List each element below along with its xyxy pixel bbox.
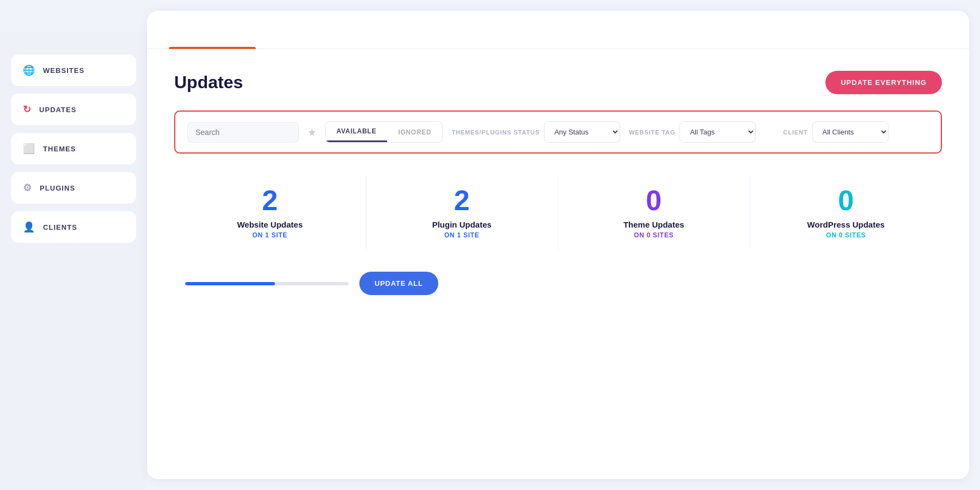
client-select[interactable]: All Clients — [812, 121, 889, 143]
sidebar-item-label: PLUGINS — [40, 184, 75, 192]
globe-icon: 🌐 — [23, 64, 35, 76]
progress-section: UPDATE ALL — [174, 266, 942, 301]
content-area: Updates UPDATE EVERYTHING ★ AVAILABLE IG… — [147, 49, 969, 322]
status-filter-section: THEMES/PLUGINS STATUS Any Status Updated… — [451, 121, 620, 143]
website-updates-count: 2 — [185, 186, 355, 215]
client-label: CLIENT — [783, 129, 808, 136]
favorite-star-icon[interactable]: ★ — [308, 126, 316, 138]
sidebar-item-plugins[interactable]: ⚙ PLUGINS — [11, 172, 136, 204]
plugin-updates-count: 2 — [377, 186, 547, 215]
page-header: Updates UPDATE EVERYTHING — [174, 71, 942, 94]
sidebar-item-websites[interactable]: 🌐 WEBSITES — [11, 54, 136, 86]
update-all-button[interactable]: UPDATE ALL — [359, 272, 438, 295]
search-input[interactable] — [187, 122, 299, 143]
available-ignored-toggle: AVAILABLE IGNORED — [325, 121, 443, 143]
filter-bar: ★ AVAILABLE IGNORED THEMES/PLUGINS STATU… — [174, 111, 942, 154]
website-updates-label: Website Updates — [185, 220, 355, 229]
sidebar-item-label: UPDATES — [39, 106, 76, 114]
page-title: Updates — [174, 72, 243, 93]
theme-updates-count: 0 — [569, 186, 739, 215]
sidebar-item-label: CLIENTS — [43, 223, 77, 231]
plugins-icon: ⚙ — [23, 182, 32, 194]
plugin-updates-sub: ON 1 SITE — [377, 231, 547, 239]
sidebar-item-label: THEMES — [43, 145, 76, 153]
website-updates-stat: 2 Website Updates ON 1 SITE — [174, 175, 366, 250]
wordpress-updates-stat: 0 WordPress Updates ON 0 SITES — [750, 175, 942, 250]
available-tab-button[interactable]: AVAILABLE — [326, 122, 387, 142]
themes-plugins-status-label: THEMES/PLUGINS STATUS — [451, 129, 540, 136]
website-tag-label: WEBSITE TAG — [629, 129, 675, 136]
website-updates-sub: ON 1 SITE — [185, 231, 355, 239]
themes-icon: ⬜ — [23, 143, 35, 155]
theme-updates-stat: 0 Theme Updates ON 0 SITES — [558, 175, 750, 250]
top-bar — [147, 11, 969, 49]
status-select[interactable]: Any Status Updated Needs Update — [544, 121, 620, 143]
plugin-updates-label: Plugin Updates — [377, 220, 547, 229]
sidebar-item-updates[interactable]: ↻ UPDATES — [11, 94, 136, 125]
website-tag-filter-section: WEBSITE TAG All Tags — [629, 121, 774, 143]
stats-grid: 2 Website Updates ON 1 SITE 2 Plugin Upd… — [174, 175, 942, 250]
theme-updates-label: Theme Updates — [569, 220, 739, 229]
sidebar: 🌐 WEBSITES ↻ UPDATES ⬜ THEMES ⚙ PLUGINS … — [0, 33, 147, 490]
refresh-icon: ↻ — [23, 103, 32, 115]
main-content: Updates UPDATE EVERYTHING ★ AVAILABLE IG… — [147, 11, 969, 479]
tab-underline-indicator — [169, 47, 256, 49]
plugin-updates-stat: 2 Plugin Updates ON 1 SITE — [366, 175, 559, 250]
sidebar-item-label: WEBSITES — [43, 66, 84, 75]
tag-select[interactable]: All Tags — [679, 121, 756, 143]
theme-updates-sub: ON 0 SITES — [569, 231, 739, 239]
update-everything-button[interactable]: UPDATE EVERYTHING — [825, 71, 942, 94]
wordpress-updates-label: WordPress Updates — [761, 220, 932, 229]
progress-bar-fill — [185, 282, 275, 285]
ignored-tab-button[interactable]: IGNORED — [387, 122, 442, 142]
wordpress-updates-count: 0 — [761, 186, 932, 215]
clients-icon: 👤 — [23, 221, 35, 233]
progress-bar — [185, 282, 348, 285]
client-filter-section: CLIENT All Clients — [783, 121, 929, 143]
sidebar-item-themes[interactable]: ⬜ THEMES — [11, 133, 136, 164]
sidebar-item-clients[interactable]: 👤 CLIENTS — [11, 211, 136, 243]
wordpress-updates-sub: ON 0 SITES — [761, 231, 932, 239]
